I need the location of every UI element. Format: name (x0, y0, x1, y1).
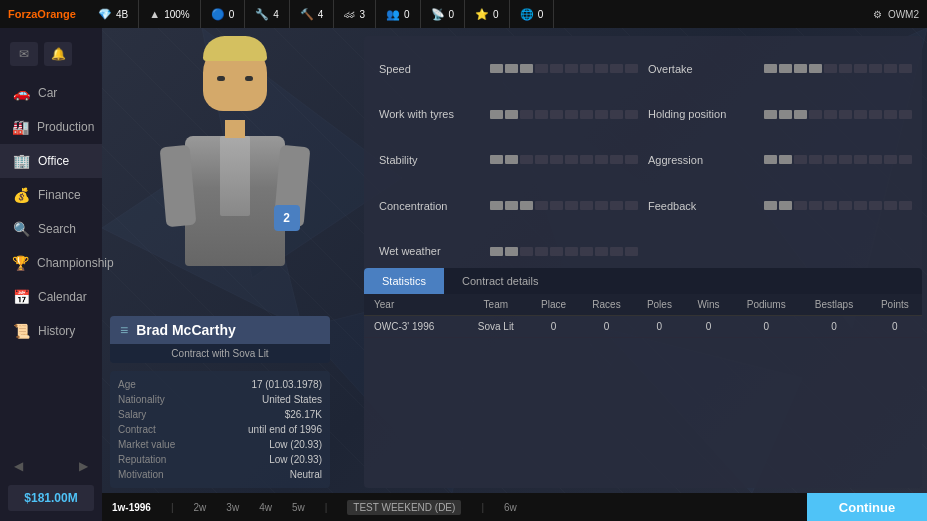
driver-left-arm (159, 145, 196, 227)
reputation-value: Low (20.93) (269, 454, 322, 465)
stat-money-value: 4B (116, 9, 128, 20)
car-nav-icon: 🚗 (12, 85, 30, 101)
reputation-label: Reputation (118, 454, 208, 465)
age-label: Age (118, 379, 208, 390)
logo: ForzaOrange (8, 8, 88, 20)
sidebar-item-finance[interactable]: 💰 Finance (0, 178, 102, 212)
stat-money: 💎 4B (88, 0, 139, 28)
stat-salary-row: Salary $26.17K (118, 407, 322, 422)
salary-value: $26.17K (285, 409, 322, 420)
sidebar-item-calendar[interactable]: 📅 Calendar (0, 280, 102, 314)
money-icon: 💎 (98, 8, 112, 21)
test-weekend-badge: TEST WEEKEND (DE) (347, 500, 461, 515)
rating-holding: Holding position (648, 94, 912, 136)
menu-icon: ≡ (120, 322, 128, 338)
stat-hammer: 🔨 4 (290, 0, 335, 28)
driver-hair (203, 36, 267, 61)
sidebar-item-championship[interactable]: 🏆 Championship (0, 246, 102, 280)
holding-bars (764, 110, 912, 119)
stat-wrench-value: 4 (273, 9, 279, 20)
speed-bars (490, 64, 638, 73)
holding-label: Holding position (648, 108, 758, 120)
contract-value: until end of 1996 (248, 424, 322, 435)
stability-bars (490, 155, 638, 164)
feedback-bars (764, 201, 912, 210)
stat-car: 🏎 3 (334, 0, 376, 28)
stat-globe: 🌐 0 (510, 0, 555, 28)
message-buttons: ✉ 🔔 (0, 36, 102, 76)
history-nav-icon: 📜 (12, 323, 30, 339)
driver-suit-front (220, 136, 250, 216)
content-wrapper: 2 ≡ Brad McCarthy Contract with Sova Lit… (102, 28, 927, 493)
rating-speed: Speed (379, 48, 638, 90)
timeline-5w[interactable]: 5w (292, 502, 305, 513)
driver-left-eye (217, 76, 225, 81)
timeline-4w[interactable]: 4w (259, 502, 272, 513)
driver-neck (225, 120, 245, 138)
budget-button[interactable]: $181.00M (8, 485, 94, 511)
sidebar-item-production[interactable]: 🏭 Production (0, 110, 102, 144)
cell-poles-0: 0 (634, 316, 685, 338)
stat-people: 👥 0 (376, 0, 421, 28)
driver-model: 2 (145, 56, 325, 266)
tab-contract-details[interactable]: Contract details (444, 268, 556, 294)
sidebar-item-office[interactable]: 🏢 Office (0, 144, 102, 178)
settings-icon[interactable]: ⚙ (873, 9, 882, 20)
timeline-sep1: | (171, 502, 174, 513)
stat-percent: ▲ 100% (139, 0, 200, 28)
col-wins: Wins (685, 294, 732, 316)
rating-panel: Speed Overtake (364, 36, 922, 284)
stat-age-row: Age 17 (01.03.1978) (118, 377, 322, 392)
timeline-3w[interactable]: 3w (226, 502, 239, 513)
rating-wet: Wet weather (379, 230, 638, 272)
concentration-bars (490, 201, 638, 210)
envelope-button[interactable]: ✉ (10, 42, 38, 66)
logo-text: ForzaOrange (8, 8, 76, 20)
arrow-left[interactable]: ◀ (14, 459, 23, 473)
motivation-value: Neutral (290, 469, 322, 480)
speed-label: Speed (379, 63, 484, 75)
driver-contract: Contract with Sova Lit (110, 344, 330, 363)
signal-icon: 📡 (431, 8, 445, 21)
col-bestlaps: Bestlaps (800, 294, 867, 316)
sidebar: ✉ 🔔 🚗 Car 🏭 Production 🏢 Office 💰 Financ… (0, 28, 102, 521)
driver-stats-panel: Age 17 (01.03.1978) Nationality United S… (110, 371, 330, 488)
driver-card-header: ≡ Brad McCarthy (110, 316, 330, 344)
rating-aggression: Aggression (648, 139, 912, 181)
continue-button[interactable]: Continue (807, 493, 927, 521)
stats-table-header-row: Year Team Place Races Poles (364, 294, 922, 316)
timeline-6w[interactable]: 6w (504, 502, 517, 513)
timeline-1w[interactable]: 1w-1996 (112, 502, 151, 513)
stat-reputation-row: Reputation Low (20.93) (118, 452, 322, 467)
col-races: Races (579, 294, 634, 316)
arrow-icon: ▲ (149, 8, 160, 20)
sidebar-item-search[interactable]: 🔍 Search (0, 212, 102, 246)
wet-label: Wet weather (379, 245, 484, 257)
nationality-label: Nationality (118, 394, 208, 405)
car-icon: 🏎 (344, 8, 355, 20)
motivation-label: Motivation (118, 469, 208, 480)
wrench-icon: 🔧 (255, 8, 269, 21)
concentration-label: Concentration (379, 200, 484, 212)
stat-star: ⭐ 0 (465, 0, 510, 28)
rating-tyres: Work with tyres (379, 94, 638, 136)
production-nav-icon: 🏭 (12, 119, 29, 135)
salary-label: Salary (118, 409, 208, 420)
col-points: Points (868, 294, 922, 316)
cell-wins-0: 0 (685, 316, 732, 338)
col-place: Place (528, 294, 579, 316)
sidebar-item-car[interactable]: 🚗 Car (0, 76, 102, 110)
overtake-label: Overtake (648, 63, 758, 75)
people-icon: 👥 (386, 8, 400, 21)
blue-icon: 🔵 (211, 8, 225, 21)
sidebar-item-history[interactable]: 📜 History (0, 314, 102, 348)
bell-button[interactable]: 🔔 (44, 42, 72, 66)
timeline-2w[interactable]: 2w (194, 502, 207, 513)
arrow-right[interactable]: ▶ (79, 459, 88, 473)
aggression-label: Aggression (648, 154, 758, 166)
stat-signal: 📡 0 (421, 0, 466, 28)
contract-label: Contract (118, 424, 208, 435)
tab-statistics[interactable]: Statistics (364, 268, 444, 294)
stat-star-value: 0 (493, 9, 499, 20)
finance-nav-icon: 💰 (12, 187, 30, 203)
